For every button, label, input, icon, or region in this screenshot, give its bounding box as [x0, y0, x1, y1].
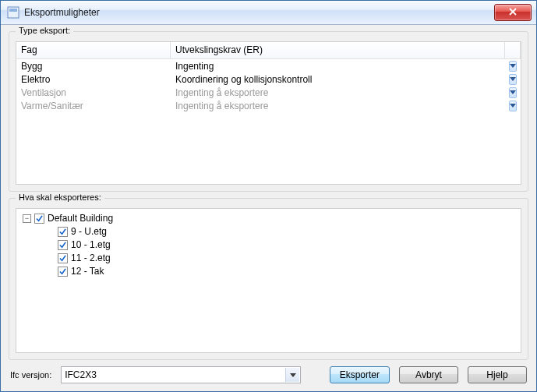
- window-title: Eksportmuligheter: [24, 7, 100, 18]
- chevron-down-icon: [509, 61, 517, 72]
- cell-er: Ingenting: [171, 61, 505, 72]
- export-button[interactable]: Eksporter: [330, 366, 390, 383]
- cell-er: Ingenting å eksportere: [171, 87, 505, 98]
- tree-checkbox[interactable]: [58, 227, 68, 237]
- table-row[interactable]: ByggIngenting: [16, 59, 521, 72]
- cell-fag: Varme/Sanitær: [16, 101, 171, 111]
- listview-headers: Fag Utvekslingskrav (ER): [16, 42, 521, 59]
- tree-spacer: [44, 254, 55, 263]
- column-header-er[interactable]: Utvekslingskrav (ER): [171, 42, 505, 59]
- app-icon: [7, 6, 19, 19]
- chevron-down-icon: [509, 87, 517, 98]
- ifc-version-combo[interactable]: IFC2X3: [61, 366, 301, 383]
- tree-spacer: [44, 241, 55, 249]
- row-dropdown-button[interactable]: [505, 87, 521, 98]
- table-row[interactable]: ElektroKoordinering og kollisjonskontrol…: [16, 72, 521, 86]
- tree-node-root[interactable]: −Default Building: [19, 212, 518, 225]
- close-icon: [509, 7, 517, 18]
- row-dropdown-button[interactable]: [505, 74, 521, 85]
- type-export-group: Type eksport: Fag Utvekslingskrav (ER) B…: [9, 31, 528, 192]
- tree-checkbox[interactable]: [34, 214, 44, 224]
- cell-fag: Elektro: [16, 74, 171, 85]
- ifc-version-selected: IFC2X3: [65, 369, 97, 380]
- svg-rect-1: [9, 9, 17, 12]
- bottom-bar: Ifc versjon: IFC2X3 Eksporter Avbryt Hje…: [9, 366, 528, 383]
- tree-node-child[interactable]: 9 - U.etg: [19, 225, 518, 238]
- row-dropdown-button[interactable]: [505, 101, 521, 111]
- tree-checkbox[interactable]: [58, 267, 68, 277]
- cell-fag: Ventilasjon: [16, 87, 171, 98]
- chevron-down-icon: [509, 101, 517, 111]
- column-header-fag[interactable]: Fag: [16, 42, 171, 59]
- help-button[interactable]: Hjelp: [468, 366, 527, 383]
- tree-spacer: [44, 228, 55, 236]
- cell-er: Koordinering og kollisjonskontroll: [171, 74, 505, 85]
- what-export-legend: Hva skal eksporteres:: [16, 192, 104, 202]
- tree-node-child[interactable]: 10 - 1.etg: [19, 238, 518, 252]
- tree-node-label: 12 - Tak: [71, 265, 104, 278]
- table-row[interactable]: Varme/SanitærIngenting å eksportere: [16, 99, 521, 112]
- tree-node-label: Default Building: [48, 212, 113, 225]
- cancel-button[interactable]: Avbryt: [399, 366, 458, 383]
- tree-node-label: 10 - 1.etg: [71, 238, 111, 252]
- collapse-icon[interactable]: −: [23, 214, 31, 223]
- chevron-down-icon: [509, 74, 517, 85]
- cell-er: Ingenting å eksportere: [171, 101, 505, 111]
- chevron-down-icon: [285, 368, 299, 382]
- tree-checkbox[interactable]: [58, 253, 68, 263]
- titlebar: Eksportmuligheter: [1, 1, 536, 25]
- export-treeview[interactable]: −Default Building9 - U.etg10 - 1.etg11 -…: [16, 208, 521, 353]
- table-row[interactable]: VentilasjonIngenting å eksportere: [16, 86, 521, 99]
- row-dropdown-button[interactable]: [505, 61, 521, 72]
- what-export-group: Hva skal eksporteres: −Default Building9…: [9, 198, 528, 360]
- tree-node-label: 9 - U.etg: [71, 225, 107, 238]
- tree-checkbox[interactable]: [58, 240, 68, 250]
- type-export-legend: Type eksport:: [16, 26, 73, 35]
- tree-node-child[interactable]: 12 - Tak: [19, 265, 518, 278]
- tree-spacer: [44, 267, 55, 276]
- tree-node-label: 11 - 2.etg: [71, 252, 111, 265]
- close-button[interactable]: [494, 4, 532, 21]
- ifc-version-label: Ifc versjon:: [10, 370, 51, 380]
- listview-rows: ByggIngentingElektroKoordinering og koll…: [16, 59, 521, 184]
- cell-fag: Bygg: [16, 61, 171, 72]
- column-header-dropdown: [505, 42, 521, 59]
- tree-node-child[interactable]: 11 - 2.etg: [19, 252, 518, 265]
- export-options-window: Eksportmuligheter Type eksport: Fag Utve…: [0, 0, 537, 392]
- type-export-listview[interactable]: Fag Utvekslingskrav (ER) ByggIngentingEl…: [16, 41, 521, 185]
